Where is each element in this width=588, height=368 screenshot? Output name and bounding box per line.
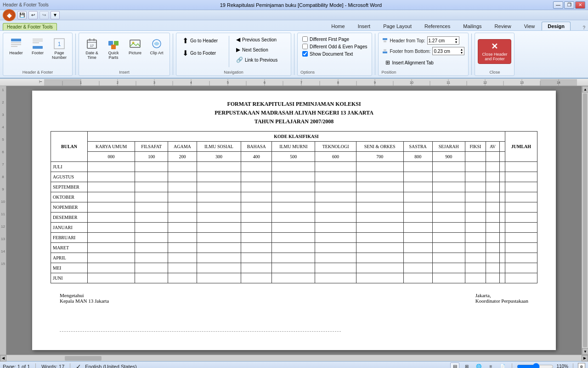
data-cell[interactable] bbox=[135, 192, 168, 202]
tab-mailings[interactable]: Mailings bbox=[457, 22, 487, 30]
view-web-layout[interactable]: 🌐 bbox=[474, 362, 483, 368]
link-prev-button[interactable]: 🔗 Link to Previous bbox=[233, 55, 288, 64]
data-cell[interactable] bbox=[465, 202, 486, 212]
data-cell[interactable] bbox=[241, 273, 272, 283]
spelling-icon[interactable]: ✓ bbox=[76, 363, 81, 368]
go-to-footer-button[interactable]: ⬇ Go to Footer bbox=[179, 47, 225, 59]
scroll-left-arrow[interactable]: ◀ bbox=[0, 355, 6, 362]
zoom-slider[interactable] bbox=[517, 363, 554, 368]
data-cell[interactable] bbox=[499, 182, 505, 192]
close-header-footer-button[interactable]: ✕ Close Headerand Footer bbox=[478, 39, 511, 64]
data-cell[interactable] bbox=[432, 161, 465, 172]
date-time-button[interactable]: 17 Date & Time bbox=[82, 35, 102, 62]
data-cell[interactable] bbox=[356, 192, 403, 202]
data-cell[interactable] bbox=[505, 161, 537, 172]
redo-button[interactable]: ↪ bbox=[40, 11, 49, 19]
data-cell[interactable] bbox=[315, 172, 356, 182]
data-cell[interactable] bbox=[135, 161, 168, 172]
data-cell[interactable] bbox=[315, 253, 356, 263]
tab-design[interactable]: Design bbox=[542, 22, 571, 30]
vertical-scrollbar[interactable]: ▲ ▼ bbox=[582, 86, 588, 355]
customize-qat[interactable]: ▼ bbox=[51, 11, 60, 19]
data-cell[interactable] bbox=[505, 192, 537, 202]
data-cell[interactable] bbox=[88, 161, 135, 172]
data-cell[interactable] bbox=[465, 161, 486, 172]
data-cell[interactable] bbox=[403, 182, 432, 192]
data-cell[interactable] bbox=[241, 202, 272, 212]
data-cell[interactable] bbox=[197, 263, 241, 273]
data-cell[interactable] bbox=[465, 273, 486, 283]
h-scroll-thumb[interactable] bbox=[65, 356, 102, 361]
scroll-right-arrow[interactable]: ▶ bbox=[582, 355, 588, 362]
view-print-layout[interactable]: ▤ bbox=[450, 362, 459, 368]
data-cell[interactable] bbox=[135, 222, 168, 232]
data-cell[interactable] bbox=[356, 212, 403, 222]
data-cell[interactable] bbox=[499, 253, 505, 263]
view-full-reading[interactable]: ⊞ bbox=[462, 362, 471, 368]
data-cell[interactable] bbox=[315, 222, 356, 232]
data-cell[interactable] bbox=[315, 161, 356, 172]
data-cell[interactable] bbox=[432, 253, 465, 263]
view-draft[interactable]: 📄 bbox=[498, 362, 507, 368]
data-cell[interactable] bbox=[197, 273, 241, 283]
data-cell[interactable] bbox=[403, 161, 432, 172]
different-first-checkbox[interactable] bbox=[302, 36, 308, 42]
data-cell[interactable] bbox=[356, 263, 403, 273]
data-cell[interactable] bbox=[403, 232, 432, 242]
page-number-button[interactable]: 1 Page Number bbox=[49, 35, 69, 62]
data-cell[interactable] bbox=[505, 242, 537, 253]
data-cell[interactable] bbox=[135, 273, 168, 283]
data-cell[interactable] bbox=[197, 161, 241, 172]
h-scroll-track[interactable] bbox=[7, 356, 581, 361]
data-cell[interactable] bbox=[168, 222, 197, 232]
data-cell[interactable] bbox=[241, 242, 272, 253]
data-cell[interactable] bbox=[499, 161, 505, 172]
language[interactable]: English (United States) bbox=[85, 364, 137, 368]
data-cell[interactable] bbox=[432, 182, 465, 192]
data-cell[interactable] bbox=[403, 253, 432, 263]
data-cell[interactable] bbox=[168, 263, 197, 273]
data-cell[interactable] bbox=[135, 212, 168, 222]
data-cell[interactable] bbox=[356, 273, 403, 283]
data-cell[interactable] bbox=[465, 253, 486, 263]
data-cell[interactable] bbox=[88, 222, 135, 232]
data-cell[interactable] bbox=[272, 242, 315, 253]
data-cell[interactable] bbox=[88, 242, 135, 253]
data-cell[interactable] bbox=[197, 192, 241, 202]
prev-section-button[interactable]: ◀ Previous Section bbox=[233, 35, 288, 44]
data-cell[interactable] bbox=[241, 263, 272, 273]
footer-from-bottom-input[interactable]: 0.23 cm ▲ ▼ bbox=[432, 47, 464, 55]
data-cell[interactable] bbox=[499, 202, 505, 212]
data-cell[interactable] bbox=[505, 273, 537, 283]
data-cell[interactable] bbox=[403, 192, 432, 202]
tab-page-layout[interactable]: Page Layout bbox=[377, 22, 418, 30]
data-cell[interactable] bbox=[486, 242, 500, 253]
data-cell[interactable] bbox=[505, 232, 537, 242]
data-cell[interactable] bbox=[168, 212, 197, 222]
data-cell[interactable] bbox=[88, 263, 135, 273]
data-cell[interactable] bbox=[486, 232, 500, 242]
data-cell[interactable] bbox=[356, 202, 403, 212]
data-cell[interactable] bbox=[168, 253, 197, 263]
data-cell[interactable] bbox=[486, 172, 500, 182]
data-cell[interactable] bbox=[505, 202, 537, 212]
data-cell[interactable] bbox=[88, 192, 135, 202]
data-cell[interactable] bbox=[486, 212, 500, 222]
data-cell[interactable] bbox=[432, 242, 465, 253]
show-doc-text-option[interactable]: Show Document Text bbox=[301, 51, 354, 57]
data-cell[interactable] bbox=[272, 172, 315, 182]
data-cell[interactable] bbox=[486, 273, 500, 283]
tab-home[interactable]: Home bbox=[325, 22, 351, 30]
data-cell[interactable] bbox=[272, 202, 315, 212]
data-cell[interactable] bbox=[168, 172, 197, 182]
close-button[interactable]: ✕ bbox=[575, 1, 585, 9]
data-cell[interactable] bbox=[499, 212, 505, 222]
data-cell[interactable] bbox=[168, 273, 197, 283]
data-cell[interactable] bbox=[315, 273, 356, 283]
data-cell[interactable] bbox=[505, 222, 537, 232]
office-button[interactable]: ◆ bbox=[3, 9, 16, 21]
data-cell[interactable] bbox=[465, 222, 486, 232]
view-outline[interactable]: ≡ bbox=[486, 362, 495, 368]
data-cell[interactable] bbox=[197, 182, 241, 192]
data-cell[interactable] bbox=[465, 172, 486, 182]
